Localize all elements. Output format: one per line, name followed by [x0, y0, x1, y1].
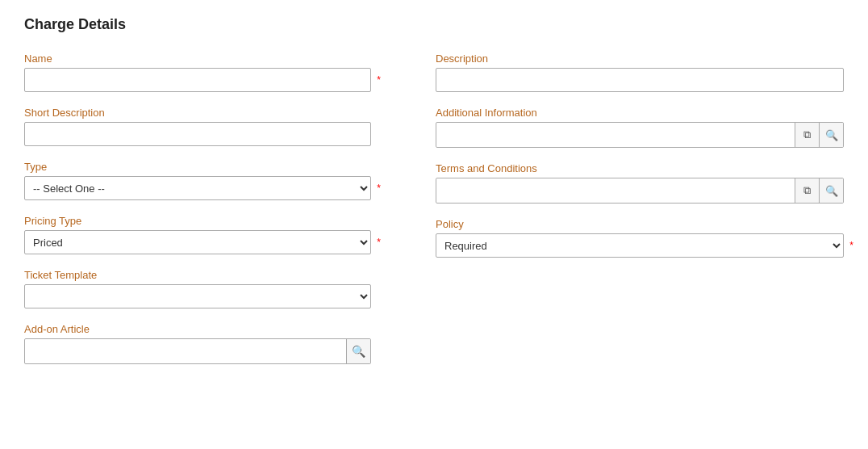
name-input[interactable]: [24, 68, 371, 92]
description-label: Description: [436, 52, 844, 65]
search-icon: 🔍: [352, 345, 365, 358]
ticket-template-label: Ticket Template: [24, 269, 371, 281]
name-group: Name *: [24, 52, 371, 92]
additional-info-group: Additional Information ⧉ 🔍: [436, 107, 844, 148]
name-label: Name: [24, 52, 371, 65]
search-icon: 🔍: [825, 185, 838, 197]
short-desc-label: Short Description: [24, 107, 371, 119]
short-desc-group: Short Description: [24, 107, 371, 146]
description-input[interactable]: [436, 68, 844, 92]
terms-label: Terms and Conditions: [436, 162, 844, 174]
policy-label: Policy: [436, 218, 844, 230]
policy-select[interactable]: Required: [436, 233, 844, 258]
short-desc-input[interactable]: [24, 122, 371, 146]
type-group: Type -- Select One -- *: [24, 161, 371, 200]
pricing-type-select[interactable]: Priced: [24, 230, 371, 254]
ticket-template-select[interactable]: [24, 284, 371, 308]
terms-external-button[interactable]: ⧉: [795, 178, 819, 203]
policy-group: Policy Required *: [436, 218, 844, 258]
addon-article-label: Add-on Article: [24, 323, 371, 335]
pricing-type-group: Pricing Type Priced *: [24, 215, 371, 254]
terms-input[interactable]: [436, 178, 795, 203]
additional-info-external-button[interactable]: ⧉: [795, 123, 819, 147]
addon-article-input[interactable]: [25, 339, 346, 363]
type-label: Type: [24, 161, 371, 173]
type-select[interactable]: -- Select One --: [24, 176, 371, 200]
additional-info-search-button[interactable]: 🔍: [819, 123, 843, 147]
name-required: *: [377, 74, 381, 86]
additional-info-input[interactable]: [436, 123, 795, 147]
search-icon: 🔍: [825, 129, 838, 141]
pricing-type-required: *: [377, 237, 381, 248]
pricing-type-label: Pricing Type: [24, 215, 371, 227]
ticket-template-group: Ticket Template: [24, 269, 371, 308]
description-group: Description: [436, 52, 844, 92]
external-link-icon: ⧉: [803, 128, 811, 141]
external-link-icon: ⧉: [803, 184, 811, 197]
addon-article-group: Add-on Article 🔍: [24, 323, 371, 364]
addon-article-search-button[interactable]: 🔍: [346, 339, 370, 363]
policy-required: *: [849, 240, 853, 251]
additional-info-label: Additional Information: [436, 107, 844, 119]
page-title: Charge Details: [24, 16, 844, 33]
terms-group: Terms and Conditions ⧉ 🔍: [436, 162, 844, 204]
terms-search-button[interactable]: 🔍: [819, 178, 843, 203]
type-required: *: [377, 183, 381, 194]
